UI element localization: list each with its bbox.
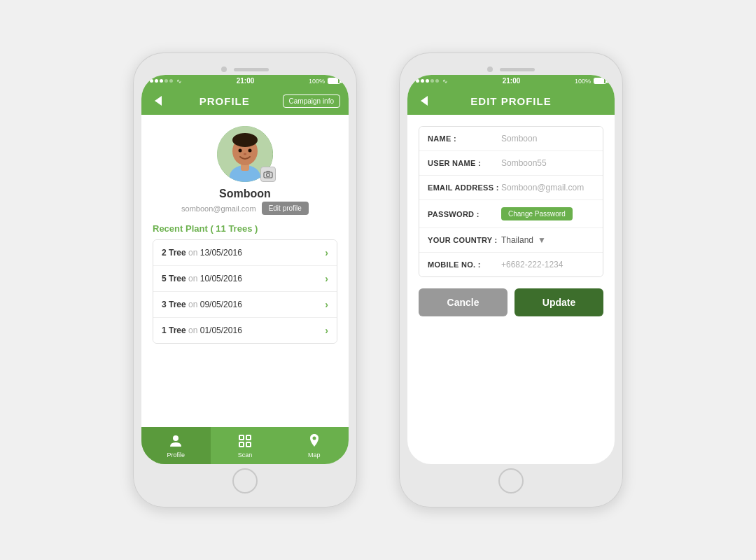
recent-plant-label: Recent Plant — [153, 223, 208, 234]
country-value: Thailand — [501, 235, 533, 245]
update-button[interactable]: Update — [514, 288, 603, 316]
user-email: somboon@gmail.com — [181, 204, 256, 213]
status-left: ∿ — [150, 78, 182, 85]
svg-rect-12 — [246, 435, 251, 440]
status-left-2: ∿ — [416, 78, 448, 85]
username-label: USER NAME : — [428, 159, 501, 167]
svg-point-6 — [248, 149, 252, 153]
nav-profile[interactable]: Profile — [141, 427, 211, 464]
signal-dots-2 — [416, 79, 439, 83]
chevron-right-icon-4: › — [325, 325, 328, 336]
form-row-mobile: MOBILE NO. : +6682-222-1234 — [419, 253, 603, 276]
phone-top-decoration-2 — [407, 61, 615, 75]
bottom-nav: Profile Scan — [141, 427, 349, 464]
user-name: Somboon — [219, 188, 271, 200]
home-button-2[interactable] — [498, 468, 524, 493]
email-label: EMAIL ADDRESS : — [428, 183, 501, 192]
edit-profile-title: EDIT PROFILE — [433, 95, 589, 107]
phone-bottom-decoration-2 — [407, 464, 615, 499]
back-arrow-icon — [155, 96, 162, 106]
edit-content-area: NAME : Somboon USER NAME : Somboon55 EMA… — [407, 115, 615, 464]
status-time-2: 21:00 — [503, 77, 521, 85]
svg-point-7 — [244, 153, 246, 155]
mobile-label: MOBILE NO. : — [428, 260, 501, 269]
nav-scan-label: Scan — [238, 451, 253, 458]
wifi-icon: ∿ — [176, 78, 182, 85]
svg-rect-14 — [246, 442, 251, 447]
battery-icon-2 — [594, 78, 606, 84]
battery-icon — [328, 78, 340, 84]
plant-item-text-3: 3 Tree on 09/05/2016 — [162, 300, 242, 309]
plant-item[interactable]: 1 Tree on 01/05/2016 › — [153, 318, 337, 343]
nav-map[interactable]: Map — [279, 427, 349, 464]
name-value[interactable]: Somboon — [501, 134, 594, 144]
signal-dot-3-2 — [426, 79, 429, 83]
status-bar-2: ∿ 21:00 100% — [407, 75, 615, 87]
edit-profile-button[interactable]: Edit profile — [262, 202, 309, 215]
country-label: YOUR COUNTRY : — [428, 236, 501, 244]
earpiece — [234, 68, 269, 71]
plant-item[interactable]: 3 Tree on 09/05/2016 › — [153, 292, 337, 318]
form-row-username: USER NAME : Somboon55 — [419, 151, 603, 176]
profile-header: PROFILE Campaign info — [141, 87, 349, 115]
svg-point-9 — [267, 174, 270, 177]
user-email-row: somboon@gmail.com Edit profile — [153, 202, 337, 215]
email-value[interactable]: Somboon@gmail.com — [501, 183, 594, 192]
profile-nav-icon — [167, 433, 184, 449]
front-camera-2 — [487, 66, 493, 72]
edit-profile-header: EDIT PROFILE — [407, 87, 615, 115]
plant-item-text-2: 5 Tree on 10/05/2016 — [162, 274, 242, 284]
chevron-right-icon-2: › — [325, 273, 328, 284]
form-row-name: NAME : Somboon — [419, 127, 603, 151]
signal-dot-3 — [160, 79, 163, 83]
dropdown-arrow-icon: ▼ — [538, 235, 546, 245]
recent-plant-count: ( 11 Trees ) — [210, 223, 258, 234]
camera-icon-btn[interactable] — [260, 167, 276, 182]
password-label: PASSWORD : — [428, 210, 501, 218]
signal-dot-4 — [164, 79, 168, 83]
signal-dot-2 — [155, 79, 158, 83]
nav-scan[interactable]: Scan — [211, 427, 280, 464]
form-row-country: YOUR COUNTRY : Thailand ▼ — [419, 228, 603, 253]
back-button[interactable] — [150, 92, 167, 109]
home-button[interactable] — [232, 468, 258, 493]
battery-percent: 100% — [309, 78, 325, 85]
name-label: NAME : — [428, 134, 501, 143]
svg-point-15 — [312, 437, 316, 440]
battery-percent-2: 100% — [575, 78, 591, 85]
svg-point-10 — [173, 435, 178, 441]
svg-point-5 — [239, 149, 242, 153]
country-select[interactable]: Thailand ▼ — [501, 235, 594, 245]
signal-dot-1-2 — [416, 79, 419, 83]
plant-item[interactable]: 2 Tree on 13/05/2016 › — [153, 240, 337, 266]
chevron-right-icon-1: › — [325, 247, 328, 258]
username-value[interactable]: Somboon55 — [501, 158, 594, 168]
map-nav-icon — [306, 433, 323, 449]
svg-rect-13 — [239, 442, 244, 447]
svg-rect-11 — [239, 435, 244, 440]
cancel-button[interactable]: Cancle — [419, 288, 507, 316]
phone-bottom-decoration — [141, 464, 349, 499]
front-camera — [221, 66, 227, 72]
signal-dot-4-2 — [430, 79, 434, 83]
signal-dot-5-2 — [435, 79, 439, 83]
profile-scroll: Somboon somboon@gmail.com Edit profile R… — [141, 115, 349, 427]
camera-icon — [263, 170, 273, 178]
form-row-password: PASSWORD : Change Password — [419, 200, 603, 228]
campaign-info-button[interactable]: Campaign info — [283, 94, 340, 108]
chevron-right-icon-3: › — [325, 299, 328, 310]
change-password-button[interactable]: Change Password — [501, 207, 573, 220]
back-button-2[interactable] — [416, 92, 433, 109]
svg-point-4 — [232, 133, 258, 147]
wifi-icon-2: ∿ — [442, 78, 448, 85]
plant-list: 2 Tree on 13/05/2016 › 5 Tree on 10/05/2… — [153, 239, 337, 344]
avatar-section: Somboon somboon@gmail.com Edit profile — [153, 126, 337, 215]
nav-map-label: Map — [308, 451, 321, 458]
mobile-value[interactable]: +6682-222-1234 — [501, 260, 594, 270]
plant-item-text-1: 2 Tree on 13/05/2016 — [162, 248, 242, 258]
plant-item-text-4: 1 Tree on 01/05/2016 — [162, 326, 242, 335]
action-buttons: Cancle Update — [419, 288, 603, 316]
edit-form-card: NAME : Somboon USER NAME : Somboon55 EMA… — [419, 126, 603, 277]
plant-item[interactable]: 5 Tree on 10/05/2016 › — [153, 266, 337, 292]
back-arrow-icon-2 — [421, 96, 428, 106]
